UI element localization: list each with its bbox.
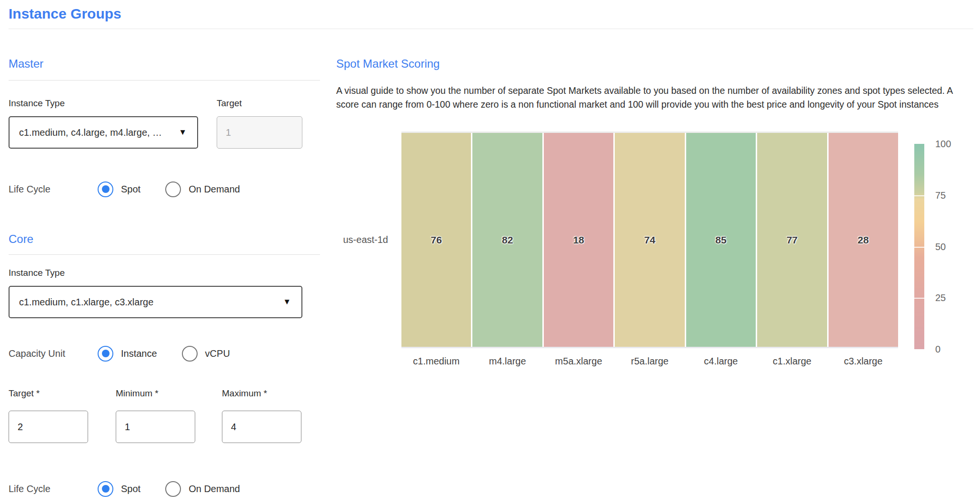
radio-unselected-icon <box>165 481 181 497</box>
master-section-heading: Master <box>9 57 43 71</box>
heatmap-cell[interactable]: 82 <box>472 133 542 347</box>
spot-market-description: A visual guide to show you the number of… <box>336 84 973 111</box>
core-instance-type-label: Instance Type <box>9 268 65 278</box>
colorbar-labels: 100 75 50 25 0 <box>935 144 964 349</box>
core-life-cycle-label: Life Cycle <box>9 484 98 494</box>
page-title: Instance Groups <box>9 6 121 22</box>
colorbar-tick-label: 100 <box>935 139 951 150</box>
colorbar-tick-line <box>914 195 924 196</box>
capacity-unit-option-vcpu[interactable]: vCPU <box>182 346 230 362</box>
core-target-input[interactable] <box>9 411 88 443</box>
master-instance-type-value: c1.medium, c4.large, m4.large, … <box>19 127 162 138</box>
heatmap-x-axis: c1.medium m4.large m5a.xlarge r5a.large … <box>401 356 898 367</box>
heatmap-cell-value: 77 <box>757 234 827 246</box>
capacity-unit-label: Capacity Unit <box>9 348 98 359</box>
core-target-label: Target * <box>9 388 40 399</box>
x-axis-label: m4.large <box>472 356 542 367</box>
master-life-cycle-label: Life Cycle <box>9 184 98 195</box>
heatmap-cell-value: 82 <box>472 234 542 246</box>
colorbar-tick-line <box>914 247 924 248</box>
x-axis-label: c1.medium <box>401 356 471 367</box>
heatmap-cell-value: 76 <box>401 234 471 246</box>
spot-market-heading: Spot Market Scoring <box>336 57 440 71</box>
radio-selected-icon <box>98 346 113 362</box>
chevron-down-icon: ▼ <box>283 297 291 307</box>
master-life-cycle-option-on-demand[interactable]: On Demand <box>165 181 240 197</box>
master-target-label: Target <box>217 98 242 109</box>
heatmap-cell-value: 28 <box>829 234 898 246</box>
heatmap-cell[interactable]: 74 <box>615 133 684 347</box>
colorbar-tick-label: 75 <box>935 190 946 201</box>
colorbar-tick-label: 25 <box>935 292 946 303</box>
heatmap-row-label: us-east-1d <box>336 131 401 348</box>
x-axis-label: c4.large <box>686 356 756 367</box>
core-maximum-input[interactable] <box>222 411 301 443</box>
colorbar-tick-line <box>914 298 924 299</box>
colorbar-gradient <box>914 144 924 349</box>
master-life-cycle-option-spot[interactable]: Spot <box>98 181 140 197</box>
core-divider <box>9 254 320 255</box>
core-minimum-input[interactable] <box>116 411 195 443</box>
core-instance-type-dropdown[interactable]: c1.medium, c1.xlarge, c3.xlarge ▼ <box>9 286 302 318</box>
radio-unselected-icon <box>165 181 181 197</box>
heatmap-cell[interactable]: 18 <box>544 133 613 347</box>
radio-selected-icon <box>98 481 113 497</box>
x-axis-label: c1.xlarge <box>757 356 827 367</box>
x-axis-label: r5a.large <box>615 356 684 367</box>
capacity-unit-option-instance[interactable]: Instance <box>98 346 157 362</box>
heatmap-cell-value: 18 <box>544 234 613 246</box>
title-divider <box>9 29 973 29</box>
master-instance-type-dropdown[interactable]: c1.medium, c4.large, m4.large, … ▼ <box>9 116 198 149</box>
core-section-heading: Core <box>9 232 33 246</box>
x-axis-label: m5a.xlarge <box>544 356 613 367</box>
x-axis-label: c3.xlarge <box>829 356 898 367</box>
radio-selected-icon <box>98 181 113 197</box>
master-divider <box>9 80 320 81</box>
heatmap-cell[interactable]: 76 <box>401 133 471 347</box>
heatmap-cell[interactable]: 28 <box>829 133 898 347</box>
colorbar-tick-label: 50 <box>935 242 946 252</box>
heatmap-cell[interactable]: 85 <box>686 133 756 347</box>
master-instance-type-label: Instance Type <box>9 98 65 109</box>
heatmap-cell-value: 85 <box>686 234 756 246</box>
core-maximum-label: Maximum * <box>222 388 267 399</box>
master-target-input[interactable] <box>217 116 302 149</box>
core-minimum-label: Minimum * <box>116 388 159 399</box>
heatmap-cell[interactable]: 77 <box>757 133 827 347</box>
chevron-down-icon: ▼ <box>179 128 187 137</box>
heatmap-grid: 76 82 18 74 85 77 28 <box>401 131 898 348</box>
core-instance-type-value: c1.medium, c1.xlarge, c3.xlarge <box>19 297 153 308</box>
core-life-cycle-option-spot[interactable]: Spot <box>98 481 140 497</box>
colorbar-tick-label: 0 <box>935 344 940 355</box>
radio-unselected-icon <box>182 346 198 362</box>
core-life-cycle-option-on-demand[interactable]: On Demand <box>165 481 240 497</box>
heatmap-cell-value: 74 <box>615 234 684 246</box>
spot-market-heatmap: us-east-1d 76 82 18 74 85 77 28 c1.mediu… <box>336 131 898 367</box>
